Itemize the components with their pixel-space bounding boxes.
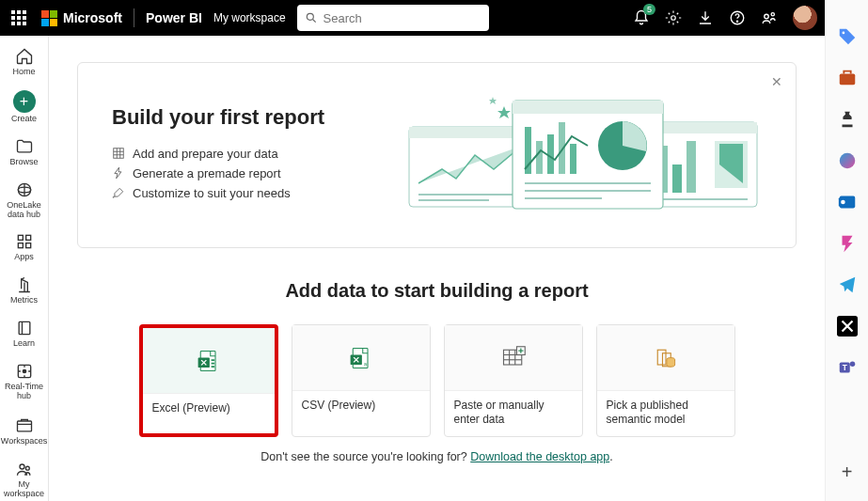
rail-copilot-icon[interactable] [837,150,858,171]
hero-step-customize: Customize to suit your needs [112,186,324,200]
nav-metrics[interactable]: Metrics [0,270,49,311]
svg-point-23 [839,153,855,169]
svg-point-18 [20,464,24,469]
card-paste[interactable]: Paste or manually enter data [444,324,583,437]
help-icon[interactable] [729,9,746,26]
svg-marker-61 [489,97,497,104]
notifications-icon[interactable]: 5 [633,9,650,26]
settings-icon[interactable] [665,9,682,26]
product-name[interactable]: Power BI [146,10,202,25]
rail-x-icon[interactable] [837,316,858,337]
lightning-icon [112,166,125,180]
svg-point-26 [841,200,845,205]
nav-browse[interactable]: Browse [0,132,49,173]
rail-teams-icon[interactable]: T [837,357,858,378]
hero-card: ✕ Build your first report Add and prepar… [77,62,797,248]
header-icons: 5 [633,6,817,30]
svg-rect-66 [211,366,214,368]
nav-onelake[interactable]: OneLake data hub [0,175,49,226]
rail-telegram-icon[interactable] [837,274,858,295]
svg-rect-54 [547,134,554,174]
brush-icon [112,186,125,199]
svg-rect-10 [25,236,30,241]
close-icon[interactable]: ✕ [771,74,782,89]
svg-rect-22 [842,125,852,128]
workspace-crumb[interactable]: My workspace [213,11,286,24]
svg-rect-45 [687,141,696,193]
svg-point-2 [671,16,676,21]
nav-realtime[interactable]: Real-Time hub [0,356,49,407]
excel-icon [196,348,222,374]
svg-rect-65 [211,362,214,364]
download-desktop-link[interactable]: Download the desktop app [470,450,609,463]
footer-hint: Don't see the source you're looking for?… [77,450,797,463]
nav-create[interactable]: + Create [0,85,49,130]
rail-add-icon[interactable]: + [837,462,858,482]
search-box[interactable] [297,5,489,31]
svg-rect-56 [570,144,576,174]
card-label: Pick a published semantic model [597,391,734,434]
app-launcher-icon[interactable] [8,7,30,29]
section-title: Add data to start building a report [77,280,797,302]
svg-marker-60 [497,106,511,118]
svg-rect-64 [211,359,214,361]
svg-rect-12 [25,243,30,248]
search-input[interactable] [324,11,481,25]
svg-rect-31 [114,149,124,159]
left-nav: Home + Create Browse OneLake data hub Ap… [0,36,49,501]
source-cards: Excel (Preview) a CSV (Preview) Paste or… [77,324,797,437]
rail-power-icon[interactable] [837,233,858,254]
hero-step-generate: Generate a premade report [112,166,324,180]
svg-text:a: a [363,360,366,366]
rail-chess-icon[interactable] [837,109,858,130]
svg-rect-21 [839,73,855,85]
svg-point-6 [771,13,774,16]
card-label: CSV (Preview) [292,391,430,420]
download-icon[interactable] [697,9,714,26]
notification-badge: 5 [643,4,655,15]
svg-point-16 [23,369,25,372]
grid-icon [112,147,125,160]
svg-point-4 [736,21,737,22]
rail-tag-icon[interactable] [837,26,858,47]
svg-rect-78 [657,350,666,365]
rail-briefcase-icon[interactable] [837,68,858,88]
card-pick-model[interactable]: Pick a published semantic model [596,324,735,437]
svg-point-5 [765,14,769,19]
svg-rect-53 [536,141,543,174]
semantic-model-icon [653,345,679,371]
top-header: Microsoft Power BI My workspace 5 [0,0,825,36]
card-label: Excel (Preview) [143,394,275,423]
nav-workspaces[interactable]: Workspaces [0,411,49,452]
microsoft-logo: Microsoft [41,10,122,26]
main-content: ✕ Build your first report Add and prepar… [49,36,825,501]
svg-line-1 [312,20,315,23]
svg-point-19 [25,466,29,470]
avatar[interactable] [793,6,817,30]
nav-apps[interactable]: Apps [0,227,49,268]
svg-rect-11 [18,243,23,248]
svg-point-20 [842,32,844,35]
divider [134,8,134,27]
nav-home[interactable]: Home [0,41,49,83]
svg-rect-13 [19,322,30,335]
card-csv[interactable]: a CSV (Preview) [292,324,431,437]
nav-learn[interactable]: Learn [0,313,49,354]
hero-illustration [404,89,762,221]
csv-icon: a [348,345,374,371]
card-excel[interactable]: Excel (Preview) [139,324,278,437]
microsoft-text: Microsoft [63,10,122,25]
card-label: Paste or manually enter data [445,391,582,434]
svg-rect-9 [18,236,23,241]
hero-step-add: Add and prepare your data [112,147,324,161]
right-rail: T + [825,0,868,501]
svg-rect-50 [513,101,663,114]
feedback-icon[interactable] [761,9,778,26]
svg-text:T: T [842,364,846,372]
search-icon [305,11,318,24]
nav-my-workspace[interactable]: My workspace [0,454,49,501]
svg-rect-17 [17,421,31,431]
rail-outlook-icon[interactable] [837,192,858,212]
svg-point-30 [849,362,855,368]
hero-title: Build your first report [112,105,324,130]
